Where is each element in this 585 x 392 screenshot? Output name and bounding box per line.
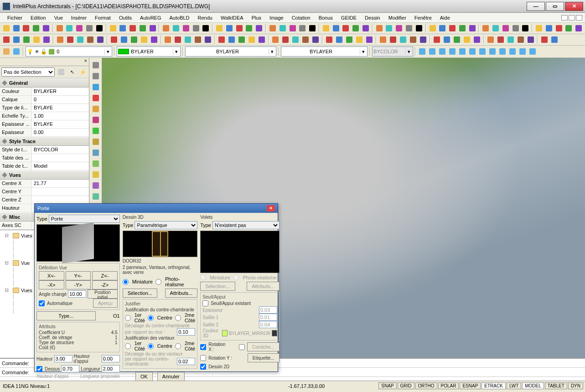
dialog-close-button[interactable]: × xyxy=(267,205,275,211)
property-row[interactable]: Echelle Ty...1.00 xyxy=(0,112,89,120)
corniche-pre-checkbox[interactable] xyxy=(239,344,245,350)
attributs-button[interactable]: Attributs... xyxy=(165,289,198,298)
toolbar-button[interactable] xyxy=(138,24,147,33)
toolbar-button[interactable] xyxy=(399,35,408,44)
menu-format[interactable]: Format xyxy=(91,14,114,21)
miniature-radio[interactable] xyxy=(123,279,129,285)
property-value[interactable]: 1.00 xyxy=(32,112,89,120)
toolbar-button[interactable] xyxy=(31,24,41,33)
toolbar-button[interactable] xyxy=(56,35,65,44)
toolbar-button[interactable] xyxy=(119,35,129,44)
toolbar-button[interactable] xyxy=(237,35,246,44)
selection-button[interactable]: Sélection... xyxy=(123,289,157,298)
property-value[interactable]: BYLAYER xyxy=(32,88,89,95)
view-button[interactable]: -Y> xyxy=(66,280,91,289)
status-toggle-model[interactable]: MODEL xyxy=(522,382,544,389)
status-toggle-tablet[interactable]: TABLET xyxy=(545,382,567,389)
toolbar-button[interactable] xyxy=(301,35,310,44)
menu-cotation[interactable]: Cotation xyxy=(288,14,314,21)
quick-select-icon[interactable] xyxy=(57,67,66,77)
toolbar-button[interactable] xyxy=(171,24,181,33)
centre-radio[interactable] xyxy=(148,315,154,321)
vtoolbar-button[interactable] xyxy=(91,181,100,190)
toolbar-button[interactable] xyxy=(331,24,341,33)
status-toggle-dyn[interactable]: DYN xyxy=(568,382,583,389)
toolbar-button[interactable] xyxy=(2,35,11,44)
volets-type-select[interactable]: N'existent pas xyxy=(212,221,280,229)
dropdown-icon[interactable]: ▾ xyxy=(269,49,275,55)
dessus-input[interactable] xyxy=(61,365,79,372)
view-cube-icon[interactable] xyxy=(438,47,447,56)
status-toggle-snap[interactable]: SNAP xyxy=(378,382,396,389)
vtoolbar-button[interactable] xyxy=(91,72,100,81)
toolbar-button[interactable] xyxy=(321,24,331,33)
toolbar-button[interactable] xyxy=(335,35,344,44)
toolbar-button[interactable] xyxy=(432,35,441,44)
close-button[interactable]: ✕ xyxy=(565,2,583,11)
etiquette-button[interactable]: Etiquette... xyxy=(248,353,280,362)
toolbar-button[interactable] xyxy=(163,35,172,44)
toolbar-button[interactable] xyxy=(32,35,41,44)
toolbar-button[interactable] xyxy=(181,24,191,33)
toolbar-button[interactable] xyxy=(268,24,277,33)
menu-autobld[interactable]: AutoBLD xyxy=(166,14,193,21)
menu-insérer[interactable]: Insérer xyxy=(67,14,90,21)
menu-geide[interactable]: GEIDE xyxy=(337,14,360,21)
vtoolbar-button[interactable] xyxy=(91,159,100,168)
mdi-minimize[interactable] xyxy=(561,15,568,21)
menu-bonus[interactable]: Bonus xyxy=(315,14,337,21)
menu-dessin[interactable]: Dessin xyxy=(361,14,384,21)
angle-input[interactable] xyxy=(68,290,86,298)
toolbar-button[interactable] xyxy=(65,24,74,33)
automatique-checkbox[interactable] xyxy=(39,300,45,306)
property-value[interactable]: BYCOLOR xyxy=(32,146,89,154)
toolbar-button[interactable] xyxy=(442,35,451,44)
toolbar-button[interactable] xyxy=(76,35,85,44)
toolbar-button[interactable] xyxy=(2,24,11,33)
toggle-pickadd-icon[interactable]: ⚡ xyxy=(78,67,88,77)
toolbar-button[interactable] xyxy=(506,35,515,44)
position-initial-button[interactable]: Position initial xyxy=(88,289,117,299)
property-value[interactable]: Model xyxy=(32,162,89,170)
toolbar-button[interactable] xyxy=(574,24,583,33)
toolbar-button[interactable] xyxy=(128,24,137,33)
vtoolbar-button[interactable] xyxy=(91,137,100,146)
view-cube-icon[interactable] xyxy=(518,47,527,56)
maximize-button[interactable]: ▭ xyxy=(546,2,564,11)
property-value[interactable]: BYLAYE xyxy=(32,120,89,128)
toolbar-button[interactable] xyxy=(550,35,559,44)
side2-radio[interactable] xyxy=(175,315,181,321)
vtoolbar-button[interactable] xyxy=(91,170,100,179)
toolbar-button[interactable] xyxy=(95,24,104,33)
menu-autoreg[interactable]: AutoREG xyxy=(136,14,165,21)
view-cube-icon[interactable] xyxy=(488,47,497,56)
side1-radio[interactable] xyxy=(125,315,131,321)
view-cube-icon[interactable] xyxy=(468,47,477,56)
property-row[interactable]: Epaisseur ...BYLAYE xyxy=(0,120,89,129)
photoreal-radio[interactable] xyxy=(155,279,161,285)
vtoolbar-button[interactable] xyxy=(91,148,100,157)
toolbar-button[interactable] xyxy=(472,35,481,44)
toolbar-button[interactable] xyxy=(361,24,370,33)
palette-close-icon[interactable]: × xyxy=(84,58,87,66)
toolbar-button[interactable] xyxy=(491,24,500,33)
toolbar-button[interactable] xyxy=(42,35,51,44)
toolbar-button[interactable] xyxy=(481,24,490,33)
selection-filter-combo[interactable]: Pas de Sélection xyxy=(1,67,55,77)
toolbar-button[interactable] xyxy=(325,35,334,44)
toolbar-button[interactable] xyxy=(202,24,211,33)
toolbar-button[interactable] xyxy=(419,35,428,44)
vtoolbar-button[interactable] xyxy=(91,83,100,92)
toolbar-button[interactable] xyxy=(501,24,510,33)
dessus-checkbox[interactable] xyxy=(36,366,42,372)
menu-modifier[interactable]: Modifier xyxy=(385,14,410,21)
property-row[interactable]: Table de t...Model xyxy=(0,162,89,170)
toolbar-button[interactable] xyxy=(192,24,201,33)
toolbar-button[interactable] xyxy=(468,24,477,33)
property-value[interactable]: 21.77 xyxy=(32,180,89,187)
property-row[interactable]: Calque0 xyxy=(0,96,89,104)
hauteur-appui-input[interactable] xyxy=(102,355,120,362)
property-value[interactable] xyxy=(32,188,89,196)
toolbar-button[interactable] xyxy=(41,24,51,33)
toolbar-button[interactable] xyxy=(245,24,254,33)
